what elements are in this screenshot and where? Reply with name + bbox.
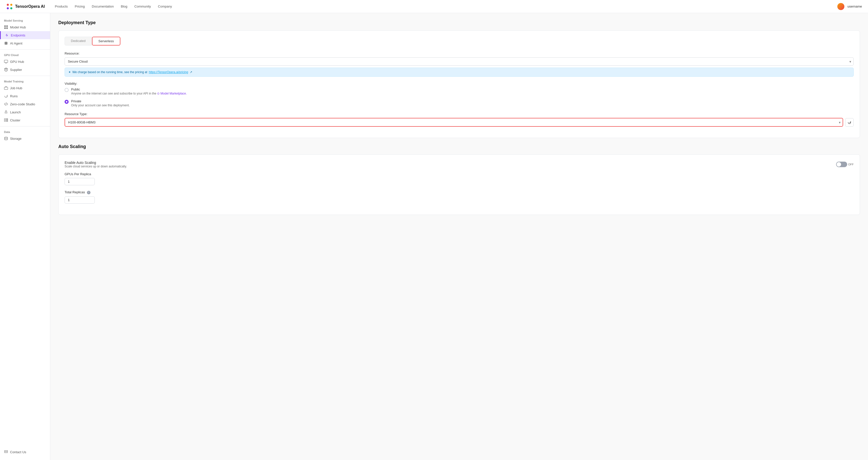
sidebar-item-zero-code-studio[interactable]: Zero-code Studio [0,100,50,108]
sidebar-item-storage[interactable]: Storage [0,134,50,143]
total-replicas-input[interactable] [65,196,95,204]
visibility-group: Visibility: Public Anyone on the interne… [65,82,854,107]
total-replicas-help-icon[interactable]: ? [87,191,90,194]
rocket-icon [4,110,8,114]
resource-type-select-wrapper: H100-80GB-HBM3 A100-80GB A100-40GB V100-… [65,118,843,127]
tab-dedicated[interactable]: Dedicated [65,37,92,45]
enable-auto-scaling-label: Enable Auto Scaling [65,161,127,165]
sidebar-item-runs[interactable]: Runs [0,92,50,100]
sidebar: Model Serving Model Hub Endpoints AI Age… [0,13,50,460]
sidebar-item-endpoints[interactable]: Endpoints [0,31,50,39]
gpus-per-replica-input[interactable] [65,178,95,185]
visibility-private-option: Private Only your account can see this d… [65,99,854,107]
sidebar-item-cluster[interactable]: Cluster [0,116,50,124]
nav-pricing[interactable]: Pricing [75,4,85,8]
svg-point-2 [7,7,9,9]
svg-rect-7 [6,27,8,29]
private-desc: Only your account can see this deploymen… [71,103,130,107]
sidebar-label-endpoints: Endpoints [11,33,25,37]
deployment-type-title: Deployment Type [58,20,860,25]
nav-documentation[interactable]: Documentation [92,4,114,8]
auto-scaling-header: Enable Auto Scaling Scale cloud services… [65,161,854,168]
resource-select[interactable]: Secure Cloud Public Cloud Private Cloud [65,57,854,66]
sidebar-label-zero-code-studio: Zero-code Studio [10,102,35,106]
sidebar-label-supplier: Supplier [10,68,22,72]
svg-rect-4 [4,25,6,27]
resource-select-wrapper: Secure Cloud Public Cloud Private Cloud … [65,57,854,66]
resource-type-group: Resource Type: H100-80GB-HBM3 A100-80GB … [65,112,854,127]
radio-public[interactable] [65,88,69,92]
avatar[interactable] [837,3,844,10]
nav-company[interactable]: Company [158,4,172,8]
toggle-label: OFF [848,163,854,166]
sidebar-item-gpu-hub[interactable]: GPU Hub [0,58,50,66]
gpus-per-replica-label: GPUs Per Replica [65,172,854,176]
toggle-container: OFF [836,162,854,167]
auto-scaling-title: Auto Scaling [58,144,860,149]
tab-serverless[interactable]: Serverless [92,37,120,45]
resource-type-label: Resource Type: [65,112,854,116]
sidebar-item-model-hub[interactable]: Model Hub [0,23,50,31]
svg-rect-8 [5,42,7,44]
marketplace-link[interactable]: ⊙ Model Marketplace. [157,92,187,95]
brand-name: TensorOpera AI [15,4,45,9]
zap-icon [5,33,9,37]
info-icon: ✦ [68,70,71,74]
refresh-icon [4,94,8,98]
private-title: Private [71,99,130,103]
svg-point-1 [10,4,12,6]
resource-group: Resource: Secure Cloud Public Cloud Priv… [65,52,854,77]
public-title: Public [71,88,187,91]
cpu-icon [4,41,8,45]
refresh-icon [848,121,851,124]
sidebar-item-launch[interactable]: Launch [0,108,50,116]
main-content: Deployment Type Dedicated Serverless Res… [50,13,868,460]
sidebar-section-data: Data [0,128,50,134]
sidebar-label-job-hub: Job Hub [10,86,22,90]
private-option-text: Private Only your account can see this d… [71,99,130,107]
sidebar-divider-3 [0,126,50,126]
deployment-type-card: Dedicated Serverless Resource: Secure Cl… [58,30,860,138]
contact-icon [4,450,8,454]
server-icon [4,118,8,122]
sidebar-item-contact-us[interactable]: Contact Us [0,448,50,456]
svg-point-0 [7,4,9,6]
auto-scaling-toggle[interactable] [836,162,847,167]
svg-point-15 [7,121,7,121]
grid-icon [4,25,8,29]
sidebar-label-ai-agent: AI Agent [10,41,22,45]
sidebar-section-gpu-cloud: GPU Cloud [0,52,50,58]
nav-links: Products Pricing Documentation Blog Comm… [55,4,837,8]
sidebar-label-gpu-hub: GPU Hub [10,60,24,64]
brand-logo[interactable]: TensorOpera AI [6,3,45,10]
sidebar-label-model-hub: Model Hub [10,25,26,29]
svg-point-14 [7,119,7,119]
svg-point-16 [4,137,7,138]
public-option-text: Public Anyone on the internet can see an… [71,88,187,95]
sidebar-label-launch: Launch [10,110,21,114]
sidebar-label-storage: Storage [10,137,22,141]
resource-label: Resource: [65,52,854,55]
external-link-icon: ↗ [190,70,192,74]
nav-products[interactable]: Products [55,4,68,8]
username-display: username [847,4,862,8]
briefcase-icon [4,86,8,90]
database-icon [4,136,8,141]
sidebar-section-model-serving: Model Serving [0,17,50,23]
sidebar-item-supplier[interactable]: Supplier [0,66,50,74]
total-replicas-group: Total Replicas ? [65,190,854,204]
sidebar-item-job-hub[interactable]: Job Hub [0,84,50,92]
refresh-button[interactable] [845,118,854,127]
box-icon [4,68,8,72]
pricing-link[interactable]: https://TensorOpera.ai/pricing [149,70,188,74]
sidebar-divider-1 [0,49,50,50]
nav-blog[interactable]: Blog [121,4,127,8]
nav-community[interactable]: Community [134,4,151,8]
svg-rect-11 [4,87,8,90]
svg-point-3 [10,7,12,9]
sidebar-section-model-training: Model Training [0,78,50,84]
radio-private[interactable] [65,100,69,104]
visibility-public-option: Public Anyone on the internet can see an… [65,88,854,95]
sidebar-item-ai-agent[interactable]: AI Agent [0,39,50,47]
resource-type-select[interactable]: H100-80GB-HBM3 A100-80GB A100-40GB V100-… [65,118,843,127]
